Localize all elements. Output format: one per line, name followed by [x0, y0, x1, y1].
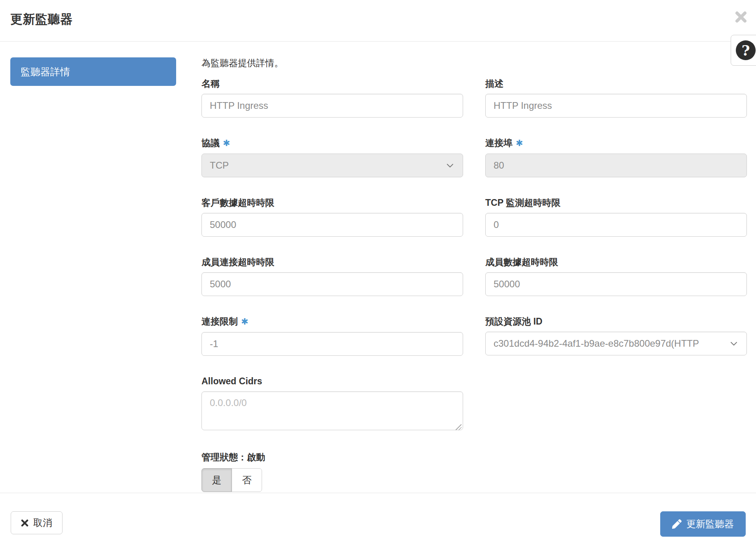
required-asterisk: ✱ — [516, 138, 523, 148]
field-default-pool-id: 預設資源池 ID c301dcd4-94b2-4af1-b9ae-e8c7b80… — [485, 316, 747, 356]
field-client-data-timeout: 客戶數據超時時限 — [201, 197, 463, 237]
default-pool-id-select[interactable]: c301dcd4-94b2-4af1-b9ae-e8c7b800e97d(HTT… — [485, 332, 747, 355]
name-input[interactable] — [201, 94, 463, 118]
field-admin-state: 管理狀態：啟動 是 否 — [201, 452, 463, 492]
member-data-timeout-label: 成員數據超時時限 — [485, 256, 747, 268]
update-listener-modal: 更新監聽器 ? 監聽器詳情 為監聽器提供詳情。 名稱 描述 — [0, 0, 756, 543]
admin-state-label: 管理狀態：啟動 — [201, 452, 463, 463]
modal-title: 更新監聽器 — [10, 11, 756, 28]
cancel-x-icon — [21, 519, 28, 527]
field-description: 描述 — [485, 78, 747, 118]
field-tcp-inspect-timeout: TCP 監測超時時限 — [485, 197, 747, 237]
cancel-button[interactable]: 取消 — [11, 511, 63, 534]
tcp-inspect-timeout-input[interactable] — [485, 213, 747, 237]
tab-listener-details[interactable]: 監聽器詳情 — [10, 57, 176, 86]
name-label: 名稱 — [201, 78, 463, 89]
resize-grip-icon[interactable] — [456, 424, 462, 430]
connection-limit-label: 連接限制✱ — [201, 316, 463, 327]
client-data-timeout-input[interactable] — [201, 213, 463, 237]
admin-state-yes-button[interactable]: 是 — [201, 468, 232, 492]
wizard-nav: 監聽器詳情 — [10, 57, 201, 492]
modal-header: 更新監聽器 — [0, 0, 756, 42]
form-intro: 為監聽器提供詳情。 — [201, 57, 747, 68]
member-connect-timeout-label: 成員連接超時時限 — [201, 256, 463, 268]
tcp-inspect-timeout-label: TCP 監測超時時限 — [485, 197, 747, 208]
cancel-button-label: 取消 — [33, 516, 52, 529]
chevron-down-icon — [445, 161, 455, 170]
update-listener-button-label: 更新監聽器 — [686, 518, 734, 530]
field-allowed-cidrs: Allowed Cidrs — [201, 376, 463, 432]
field-port: 連接埠✱ — [485, 137, 747, 177]
member-data-timeout-input[interactable] — [485, 272, 747, 296]
form-grid: 名稱 描述 協議✱ TCP — [201, 78, 747, 492]
field-member-data-timeout: 成員數據超時時限 — [485, 256, 747, 296]
listener-form: 為監聽器提供詳情。 名稱 描述 協議✱ TCP — [201, 57, 747, 492]
connection-limit-input[interactable] — [201, 332, 463, 356]
modal-body: 監聽器詳情 為監聽器提供詳情。 名稱 描述 協議✱ — [0, 42, 756, 513]
required-asterisk: ✱ — [241, 317, 248, 327]
description-input[interactable] — [485, 94, 747, 118]
field-name: 名稱 — [201, 78, 463, 118]
member-connect-timeout-input[interactable] — [201, 272, 463, 296]
chevron-down-icon — [729, 339, 739, 348]
question-mark-icon: ? — [736, 40, 756, 60]
default-pool-id-label: 預設資源池 ID — [485, 316, 747, 327]
allowed-cidrs-textarea[interactable] — [201, 391, 463, 430]
client-data-timeout-label: 客戶數據超時時限 — [201, 197, 463, 208]
close-button[interactable] — [733, 9, 749, 25]
admin-state-no-button[interactable]: 否 — [232, 468, 262, 492]
update-listener-button[interactable]: 更新監聽器 — [660, 511, 746, 537]
modal-footer: 取消 更新監聽器 — [0, 493, 756, 543]
pencil-icon — [672, 519, 682, 529]
allowed-cidrs-label: Allowed Cidrs — [201, 376, 463, 387]
default-pool-id-select-value: c301dcd4-94b2-4af1-b9ae-e8c7b800e97d(HTT… — [494, 338, 724, 349]
field-protocol: 協議✱ TCP — [201, 137, 463, 177]
protocol-label: 協議✱ — [201, 137, 463, 149]
port-input — [485, 154, 747, 177]
protocol-select: TCP — [201, 154, 463, 177]
port-label: 連接埠✱ — [485, 137, 747, 149]
tab-listener-details-label: 監聽器詳情 — [21, 65, 70, 78]
field-member-connect-timeout: 成員連接超時時限 — [201, 256, 463, 296]
description-label: 描述 — [485, 78, 747, 89]
required-asterisk: ✱ — [223, 138, 230, 148]
close-icon — [735, 11, 747, 23]
admin-state-toggle: 是 否 — [201, 468, 262, 492]
help-button[interactable]: ? — [731, 35, 756, 66]
protocol-select-value: TCP — [210, 160, 440, 171]
field-connection-limit: 連接限制✱ — [201, 316, 463, 356]
